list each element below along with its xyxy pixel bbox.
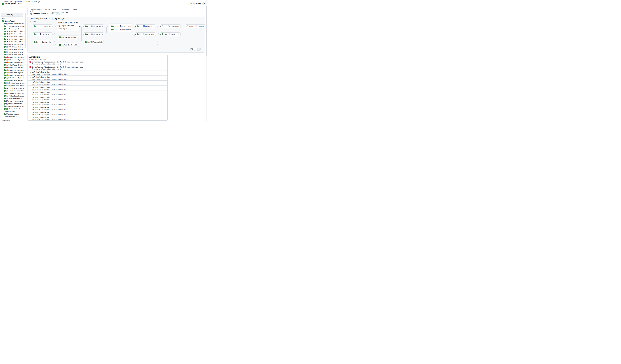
sidebar-job-item[interactable]: Package in Source and Wheel... xyxy=(0,92,24,95)
sidebar-job-item[interactable]: Publish to GH-Pages xyxy=(0,107,24,110)
sidebar-job-item[interactable]: Unit Tests - Python 3.12 xyxy=(0,82,24,84)
sidebar-job-item[interactable]: Unit Tests - Python 3.13 xyxy=(0,53,24,56)
chevron-up-icon[interactable] xyxy=(22,21,23,22)
annotation-title-link[interactable]: ⚠pyTooling/upload-artifact xyxy=(29,81,165,83)
skip-circle-icon xyxy=(186,25,188,27)
breadcrumb-back-link[interactable]: ← Verification of Pipeline Templates (Si… xyxy=(1,0,40,2)
check-icon xyxy=(137,33,138,35)
node-label: Publish to PyPI xyxy=(197,25,205,27)
sidebar-job-item[interactable]: Unit Tests - Python 3.13 xyxy=(0,40,24,43)
sidebar-job-item[interactable]: Artifact Cleanup xyxy=(0,113,24,115)
sidebar-job-item[interactable]: Unit Tests - Python 3.12 xyxy=(0,77,24,79)
show-all-jobs-link[interactable]: Show all jobs xyxy=(58,28,67,30)
annotation-title-link[interactable]: ⚠pyTooling/upload-artifact xyxy=(29,112,165,113)
sidebar-job-item[interactable]: Unit Tests - Python 3.13 xyxy=(0,66,24,69)
sidebar-job-item[interactable]: Unit Tests - Python 3.9 xyxy=(0,43,24,46)
dot-yellow-icon xyxy=(8,62,10,63)
sidebar-job-item[interactable]: Extract configurations from p... xyxy=(0,22,24,25)
annotation-title-link[interactable]: ⚠pyTooling/upload-artifact xyxy=(29,71,165,73)
annotation-title-link[interactable]: SimplePackage / DocCoverage /Check docum… xyxy=(29,61,165,63)
page-scrollbar-thumb[interactable] xyxy=(206,6,207,55)
sidebar-job-item[interactable]: Unit Tests - Python 3.12 xyxy=(0,51,24,53)
check-icon xyxy=(4,62,6,63)
sidebar-job-item[interactable]: LaTeX Documentation using ... xyxy=(0,103,24,105)
sidebar-job-item[interactable]: Publish Test Results xyxy=(0,97,24,100)
sidebar-job-item[interactable]: Unit Tests - Python 3.11 xyxy=(0,61,24,64)
zoom-in-button[interactable]: + xyxy=(197,48,200,51)
node-duration: 0s xyxy=(49,25,51,27)
graph-node-publish-test[interactable]: S... / ... /Publish Test Re...13s xyxy=(84,33,104,36)
dot-red-icon xyxy=(8,69,10,71)
warning-icon: ⚠ xyxy=(29,106,31,108)
graph-node-publish-ghpages[interactable]: S... / ... /Publish to GH-P...7s xyxy=(136,24,156,28)
sidebar-scrollbar-thumb[interactable] xyxy=(25,13,26,48)
sidebar-job-item[interactable]: Check documentation covera... xyxy=(0,89,24,92)
annotation-title-link[interactable]: ⚠pyTooling/upload-artifact xyxy=(29,76,165,78)
sidebar-job-item[interactable]: Generate pipeline parameters xyxy=(0,25,24,27)
sidebar-job-item[interactable]: Unit Tests - Python 3.12 xyxy=(0,38,24,40)
zoom-out-button[interactable]: − xyxy=(194,48,197,51)
sidebar-job-item[interactable]: Generate pipeline parameters xyxy=(0,28,24,30)
annotation-title-link[interactable]: ⚠pyTooling/upload-artifact xyxy=(29,117,165,119)
sidebar-job-item[interactable]: Unit Tests - Python 3.10 xyxy=(0,71,24,74)
graph-node-generate-params-1[interactable]: S... / ... /Generate pipelin...0s xyxy=(33,24,52,28)
node-path-prefix: S... / ... / xyxy=(36,25,39,27)
sq-orange-icon xyxy=(9,85,10,86)
rerun-all-jobs-button[interactable]: Re-run all jobs xyxy=(189,2,203,5)
sidebar-job-item[interactable]: Unit Tests - Python 3.11 xyxy=(0,35,24,38)
check-icon xyxy=(4,69,6,71)
graph-node-publish-pypi[interactable]: Simple... / ... /Publish to PyPI xyxy=(185,24,205,28)
graph-node-latex-doc[interactable]: S... / ... /LaTeX Docume...51s xyxy=(110,28,131,31)
sidebar-job-item[interactable]: Unit Tests - Python 3.11 xyxy=(0,48,24,51)
sidebar-job-item[interactable]: Unit Tests - Python 3.9 xyxy=(0,69,24,71)
annotation-title-link[interactable]: ⚠pyTooling/upload-artifact xyxy=(29,106,165,108)
annotation-name: Check documentation coverage xyxy=(60,61,83,63)
graph-node-generate-params-2[interactable]: S... / ... /Generate pipelin...0s xyxy=(33,40,52,44)
annotation-title-link[interactable]: ⚠pyTooling/upload-artifact xyxy=(29,91,165,93)
sidebar-group-simplepackage[interactable]: SimplePackage xyxy=(2,20,23,22)
sidebar-job-item[interactable]: Unit Tests - Python 3.10 xyxy=(0,33,24,35)
dot-red-icon xyxy=(8,57,10,58)
graph-node-html-doc[interactable]: S... / ... /HTML Docume...55s xyxy=(110,24,131,28)
sidebar-job-item[interactable]: Intermediate Artifact Cleanup xyxy=(0,105,24,107)
sidebar-job-item[interactable]: Unit Tests - Python 3.12 xyxy=(0,85,24,87)
sidebar-job-item[interactable]: ReleasePage xyxy=(0,110,24,113)
graph-node-artifact-cleanup[interactable]: Sim... / ... /Artifact Cleanup4s xyxy=(160,33,181,36)
sidebar-job-item[interactable]: Unit Tests - Python 3.9 xyxy=(0,30,24,33)
graph-node-publish-codecov[interactable]: S... / ... /Publish Code C...20s xyxy=(84,24,104,28)
avatar[interactable] xyxy=(30,13,33,15)
annotation-title-link[interactable]: ⚠pyTooling/upload-artifact xyxy=(29,96,165,98)
graph-node-check-static[interactable]: S... / ... /Check Static Ty...17s xyxy=(58,35,79,39)
dot-yellow-icon xyxy=(9,36,10,37)
annotation-title-link[interactable]: SimplePackage / DocCoverage /Check docum… xyxy=(29,66,165,68)
sidebar-job-item[interactable]: Unit Tests - Python 3.10 xyxy=(0,46,24,48)
graph-node-extract-config[interactable]: S... / ... /Extract configur...4s xyxy=(33,33,52,36)
graph-node-create-release[interactable]: S... / ... /Create 'Release Pa... xyxy=(160,24,181,28)
eyes-icon xyxy=(65,36,67,38)
graph-fullscreen-button[interactable] xyxy=(190,48,193,51)
kebab-menu-button[interactable]: ••• xyxy=(203,2,206,5)
annotation-title-link[interactable]: ⚠pyTooling/upload-artifact xyxy=(29,102,165,103)
graph-node-check-doc[interactable]: S... / ... /Check docume...18s xyxy=(58,43,79,47)
sidebar-job-item[interactable]: Check Static Typing using Pyt... xyxy=(0,87,24,89)
sidebar-job-item[interactable]: Unit Tests - Python 3.11 xyxy=(0,74,24,77)
page-scrollbar[interactable] xyxy=(206,0,207,121)
job-label: Unit Tests - Python 3.11 xyxy=(10,62,24,63)
graph-node-package-source[interactable]: S... / ... /Package in Sou...18s xyxy=(84,40,104,44)
sidebar-job-item[interactable]: HTML Documentation using ... xyxy=(0,100,24,102)
graph-node-intermediate-cleanup[interactable]: S... / ... /Intermediate A...16s xyxy=(136,33,156,36)
dot-green-icon xyxy=(8,77,10,78)
sidebar-job-item[interactable]: PublishOnPyPI xyxy=(0,115,24,118)
job-label: Unit Tests - Python 3.13 xyxy=(10,80,24,81)
sidebar-job-item[interactable]: Unit Tests - Python 3.12 xyxy=(0,64,24,66)
matrix-group-node[interactable]: 22 jobs completed Show all jobs xyxy=(57,23,79,31)
check-icon xyxy=(4,31,6,32)
actor-login[interactable]: Paebbels xyxy=(33,13,40,15)
annotation-title-link[interactable]: ⚠pyTooling/upload-artifact xyxy=(29,86,165,88)
sidebar-item-summary[interactable]: Summary xyxy=(1,13,23,16)
sidebar-job-item[interactable]: Unit Tests - Python 3.13 xyxy=(0,79,24,82)
node-label: LaTeX Docume... xyxy=(121,29,131,31)
sidebar-job-item[interactable]: Unit Tests - Python 3.9 xyxy=(0,56,24,58)
sidebar-job-item[interactable]: Unit Tests - Python 3.10 xyxy=(0,58,24,61)
sidebar-job-item[interactable]: Publish Code Coverage Results xyxy=(0,95,24,97)
